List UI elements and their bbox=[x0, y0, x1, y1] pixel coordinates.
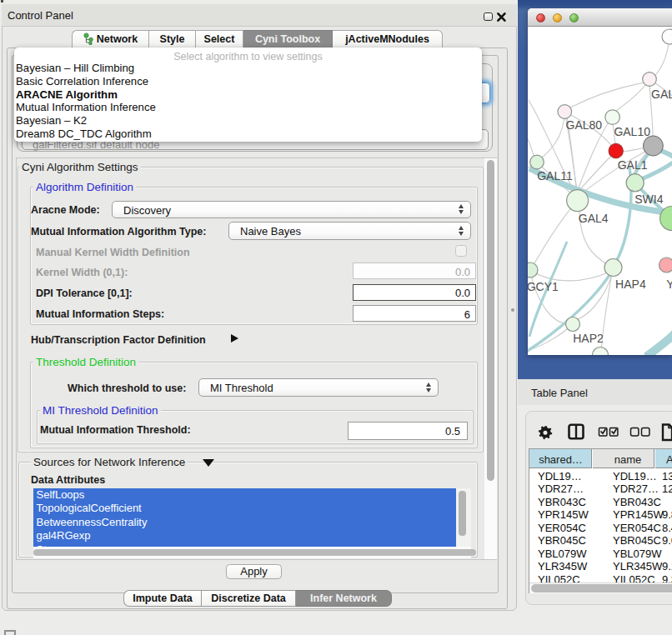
svg-text:GAL1: GAL1 bbox=[618, 158, 648, 172]
svg-text:SWI4: SWI4 bbox=[634, 192, 663, 206]
svg-text:GAL10: GAL10 bbox=[614, 125, 650, 138]
svg-text:GAL80: GAL80 bbox=[566, 118, 603, 132]
svg-text:YJ: YJ bbox=[666, 278, 672, 291]
svg-text:GAL7: GAL7 bbox=[651, 88, 672, 101]
svg-text:GCY1: GCY1 bbox=[528, 280, 559, 293]
svg-text:GAL11: GAL11 bbox=[537, 169, 573, 182]
svg-text:HAP2: HAP2 bbox=[573, 332, 604, 345]
svg-text:GAL4: GAL4 bbox=[579, 212, 609, 225]
svg-text:HAP4: HAP4 bbox=[615, 278, 646, 291]
